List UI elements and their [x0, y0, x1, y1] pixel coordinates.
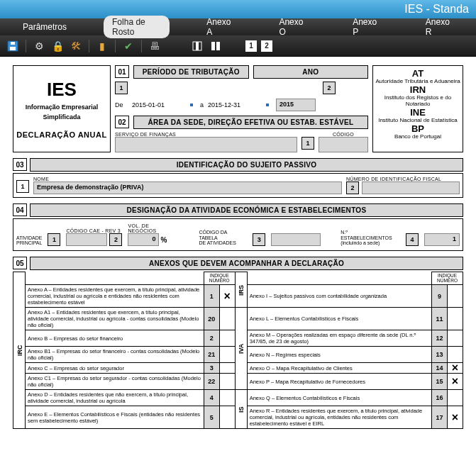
tabela-label-2: DE ATIVIDADES [199, 240, 247, 246]
svg-rect-1 [10, 47, 16, 50]
irn-sub: Instituto dos Registos e do Notariado [375, 95, 461, 108]
window-title: IES - Standa [404, 3, 469, 16]
menu-folha-de-rosto[interactable]: Folha de Rosto [104, 16, 170, 38]
view-single-icon[interactable] [190, 39, 204, 53]
field-1: 1 [115, 82, 128, 94]
check-anexo-p[interactable]: × [448, 374, 463, 390]
date-picker-icon[interactable] [266, 104, 269, 106]
col-head-left: INDIQUE NÚMERO [204, 272, 235, 285]
field-04-4: 4 [406, 233, 419, 246]
table-row: Anexo D – Entidades residentes que não e… [13, 390, 463, 406]
periodo-title: PERÍODO DE TRIBUTAÇÃO [133, 65, 249, 79]
irs-header: IRS [235, 272, 247, 308]
check-anexo-e[interactable] [219, 406, 235, 429]
vol-label: VOL. DE NEGÓCIOS [128, 223, 179, 233]
at-title: AT [375, 69, 461, 79]
nome-field[interactable]: Empresa de demonstração (PRIVA) [33, 181, 342, 194]
lock-icon[interactable]: 🔒 [50, 39, 65, 53]
date-to-input[interactable] [208, 101, 259, 108]
field-2: 2 [323, 82, 336, 94]
check-anexo-d[interactable] [219, 390, 235, 406]
page-1-button[interactable]: 1 [245, 40, 257, 52]
svg-rect-5 [211, 42, 215, 50]
authorities-box: AT Autoridade Tributária e Aduaneira IRN… [372, 65, 463, 152]
check-anexo-q[interactable] [448, 390, 463, 406]
page-2-button[interactable]: 2 [261, 40, 272, 52]
stack-icon[interactable]: ▮ [95, 39, 109, 53]
table-row: Anexo A1 – Entidades residentes que exer… [13, 308, 463, 330]
svg-rect-2 [11, 42, 15, 45]
check-anexo-l[interactable] [448, 308, 463, 330]
field-1b: 1 [301, 137, 314, 150]
irn-title: IRN [375, 85, 461, 95]
ine-title: INE [375, 108, 461, 118]
field-03-2: 2 [346, 181, 359, 194]
irc-header: IRC [13, 272, 26, 429]
field-04-2: 2 [109, 233, 122, 246]
tabela-field[interactable] [271, 233, 321, 246]
view-dual-icon[interactable] [209, 39, 223, 53]
vol-field[interactable]: 0 [128, 233, 159, 246]
menu-parametros[interactable]: Parâmetros [14, 21, 75, 33]
check-anexo-i[interactable] [448, 285, 463, 308]
menu-anexo-o[interactable]: Anexo O [270, 16, 316, 38]
is-header: IS [235, 390, 247, 429]
check-anexo-b[interactable] [219, 330, 235, 347]
gear-icon[interactable]: ⚙ [32, 39, 46, 53]
check-anexo-b1[interactable] [219, 347, 235, 363]
field-03-1: 1 [16, 180, 29, 193]
estab-field[interactable]: 1 [424, 233, 460, 246]
section-03-num: 03 [13, 158, 27, 171]
nif-field[interactable] [362, 181, 460, 194]
nif-label: NÚMERO DE IDENTIFICAÇÃO FISCAL [346, 177, 460, 181]
check-anexo-a[interactable]: × [219, 285, 235, 308]
separator [89, 40, 89, 52]
form-page: IES Informação Empresarial Simplificada … [0, 57, 476, 437]
menu-anexo-r[interactable]: Anexo R [417, 16, 462, 38]
cae-label: CÓDIGO CAE - REV 3 [66, 228, 122, 233]
menu-anexo-p[interactable]: Anexo P [344, 16, 389, 38]
check-icon[interactable]: ✔ [121, 39, 135, 53]
ies-logo: IES [16, 79, 107, 101]
tools-icon[interactable]: 🛠 [69, 39, 83, 53]
ano-field[interactable]: 2015 [276, 99, 316, 111]
check-anexo-m[interactable] [448, 330, 463, 347]
iva-header: IVA [235, 308, 247, 390]
section-03-title: IDENTIFICAÇÃO DO SUJEITO PASSIVO [30, 158, 463, 172]
date-picker-icon[interactable] [190, 104, 193, 106]
toolbar: ⚙ 🔒 🛠 ▮ ✔ 🖶 1 2 [0, 35, 476, 57]
check-anexo-n[interactable] [448, 347, 463, 363]
svg-rect-6 [216, 42, 220, 50]
print-icon[interactable]: 🖶 [148, 39, 162, 53]
codigo-label: CÓDIGO [319, 132, 368, 137]
ano-title: ANO [253, 65, 369, 79]
atividade-label-1: ATIVIDADE [16, 235, 42, 241]
nome-label: NOME [33, 177, 342, 181]
a-label: a [200, 101, 204, 108]
estab-label-2: (incluindo a sede) [341, 240, 400, 246]
menu-anexo-a[interactable]: Anexo A [198, 16, 242, 38]
menubar: Parâmetros Folha de Rosto Anexo A Anexo … [0, 18, 476, 35]
cae-field[interactable] [66, 233, 107, 246]
check-anexo-o[interactable]: × [448, 363, 463, 374]
svg-rect-4 [196, 42, 199, 50]
servico-label: SERVIÇO DE FINANÇAS [115, 132, 297, 137]
section-05-title: ANEXOS QUE DEVEM ACOMPANHAR A DECLARAÇÃO [30, 257, 463, 270]
check-anexo-r[interactable]: × [448, 406, 463, 429]
de-label: De [115, 101, 128, 108]
check-anexo-c1[interactable] [219, 374, 235, 390]
servico-field[interactable] [115, 137, 297, 152]
date-from-input[interactable] [132, 101, 183, 108]
separator [115, 40, 116, 52]
check-anexo-a1[interactable] [219, 308, 235, 330]
save-icon[interactable] [6, 39, 20, 53]
tabela-label-1: CÓDIGO DA TABELA [199, 230, 247, 240]
codigo-field[interactable] [319, 137, 368, 152]
separator [26, 40, 26, 52]
bp-sub: Banco de Portugal [375, 134, 461, 140]
section-04-title: DESIGNAÇÃO DA ATIVIDADE ECONÓMICA E ESTA… [30, 203, 463, 217]
atividade-label-2: PRINCIPAL [16, 240, 42, 246]
field-04-3: 3 [253, 233, 265, 246]
check-anexo-c[interactable] [219, 363, 235, 374]
col-head-right: INDIQUE NÚMERO [432, 272, 463, 285]
